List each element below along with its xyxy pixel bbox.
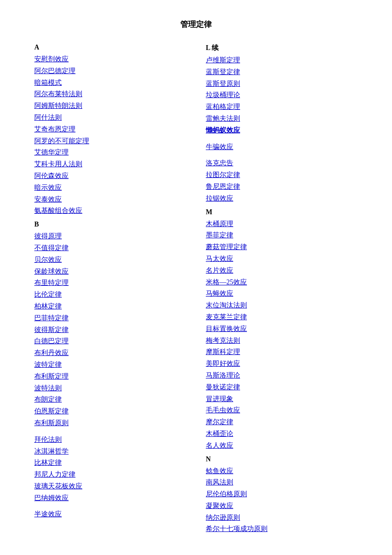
- list-item[interactable]: 比林定律: [34, 457, 186, 469]
- list-item[interactable]: 马蝇效应: [206, 288, 358, 300]
- list-item[interactable]: 米格—25效应: [206, 277, 358, 288]
- list-item[interactable]: 冒进现象: [206, 393, 358, 405]
- list-item[interactable]: 布利斯原则: [34, 417, 186, 429]
- list-item[interactable]: 鲶鱼效应: [206, 465, 358, 477]
- list-item[interactable]: 艾奇布恩定理: [34, 124, 186, 135]
- spacer: [206, 136, 358, 141]
- list-item[interactable]: 拉锯效应: [206, 193, 358, 204]
- list-item[interactable]: 玻璃天花板效应: [34, 480, 186, 492]
- list-item[interactable]: 布朗定律: [34, 394, 186, 405]
- list-item[interactable]: 摩斯科定理: [206, 346, 358, 358]
- spacer: [34, 429, 186, 434]
- list-item[interactable]: 名人效应: [206, 440, 358, 452]
- list-item[interactable]: 目标置换效应: [206, 323, 358, 335]
- list-item[interactable]: 阿伦森效应: [34, 170, 186, 182]
- list-item[interactable]: 希尔十七项成功原则: [206, 523, 358, 535]
- list-item[interactable]: 布利丹效应: [34, 347, 186, 359]
- list-item[interactable]: 蘑菇管理定律: [206, 241, 358, 253]
- list-item[interactable]: 阿罗的不可能定理: [34, 135, 186, 147]
- list-item[interactable]: 暗示效应: [34, 182, 186, 194]
- list-item[interactable]: 尼伦伯格原则: [206, 488, 358, 500]
- list-item[interactable]: 梅考克法则: [206, 335, 358, 347]
- right-column: L 续卢维斯定理蓝斯登定律蓝斯登原则垃圾桶理论蓝柏格定理雷鲍夫法则懒蚂蚁效应牛骗…: [201, 40, 363, 535]
- section-header-M: M: [206, 208, 358, 216]
- list-item[interactable]: 伯恩斯定律: [34, 405, 186, 417]
- list-item[interactable]: 木桶歪论: [206, 428, 358, 440]
- list-item[interactable]: 洛克忠告: [206, 157, 358, 169]
- spacer: [34, 504, 186, 508]
- list-item[interactable]: 南风法则: [206, 477, 358, 488]
- list-item[interactable]: 拜伦法则: [34, 434, 186, 446]
- list-item[interactable]: 艾德华定理: [34, 147, 186, 158]
- list-item[interactable]: 半途效应: [34, 508, 186, 520]
- list-item[interactable]: 拉图尔定律: [206, 169, 358, 181]
- list-item[interactable]: 卢维斯定理: [206, 54, 358, 66]
- list-item[interactable]: 波特定律: [34, 359, 186, 371]
- list-item[interactable]: 木桶原理: [206, 218, 358, 230]
- list-item[interactable]: 凝聚效应: [206, 500, 358, 512]
- list-item[interactable]: 比伦定律: [34, 289, 186, 301]
- list-item[interactable]: 艾科卡用人法则: [34, 158, 186, 170]
- list-item[interactable]: 巴纳姆效应: [34, 492, 186, 504]
- list-item[interactable]: 美即好效应: [206, 358, 358, 370]
- list-item[interactable]: 墨菲定律: [206, 229, 358, 241]
- list-item[interactable]: 彼得原理: [34, 230, 186, 242]
- list-item[interactable]: 马太效应: [206, 253, 358, 265]
- list-item[interactable]: 保龄球效应: [34, 266, 186, 278]
- section-header-L续: L 续: [206, 44, 358, 52]
- list-item[interactable]: 阿尔布莱特法则: [34, 88, 186, 100]
- list-item[interactable]: 蓝斯登原则: [206, 78, 358, 90]
- list-item[interactable]: 白德巴定理: [34, 335, 186, 347]
- list-item[interactable]: 阿姆斯特朗法则: [34, 100, 186, 112]
- list-item[interactable]: 冰淇淋哲学: [34, 446, 186, 457]
- list-item[interactable]: 柏林定律: [34, 301, 186, 312]
- section-header-N: N: [206, 455, 358, 463]
- list-item[interactable]: 末位淘汰法则: [206, 300, 358, 311]
- list-item[interactable]: 毛毛虫效应: [206, 404, 358, 416]
- list-item[interactable]: 牛骗效应: [206, 141, 358, 153]
- list-item[interactable]: 布里特定理: [34, 277, 186, 289]
- left-column: A安慰剂效应阿尔巴德定理暗箱模式阿尔布莱特法则阿姆斯特朗法则阿什法则艾奇布恩定理…: [29, 40, 191, 535]
- list-item[interactable]: 雷鲍夫法则: [206, 113, 358, 125]
- content-grid: A安慰剂效应阿尔巴德定理暗箱模式阿尔布莱特法则阿姆斯特朗法则阿什法则艾奇布恩定理…: [29, 40, 363, 535]
- page-title: 管理定律: [29, 20, 363, 30]
- list-item[interactable]: 邦尼人力定律: [34, 469, 186, 480]
- list-item[interactable]: 安泰效应: [34, 194, 186, 205]
- list-item[interactable]: 暗箱模式: [34, 77, 186, 89]
- list-item[interactable]: 阿什法则: [34, 112, 186, 124]
- list-item[interactable]: 贝尔效应: [34, 254, 186, 266]
- list-item[interactable]: 布利斯定理: [34, 371, 186, 382]
- section-header-B: B: [34, 221, 186, 228]
- list-item[interactable]: 名片效应: [206, 265, 358, 277]
- spacer: [206, 152, 358, 157]
- list-item[interactable]: 曼狄诺定律: [206, 381, 358, 393]
- list-item[interactable]: 麦克莱兰定律: [206, 311, 358, 323]
- list-item[interactable]: 摩尔定律: [206, 416, 358, 428]
- list-item[interactable]: 纳尔逊原则: [206, 512, 358, 524]
- list-item[interactable]: 波特法则: [34, 382, 186, 394]
- list-item[interactable]: 鲁尼恩定律: [206, 181, 358, 193]
- list-item[interactable]: 巴菲特定律: [34, 312, 186, 324]
- list-item[interactable]: 彼得斯定律: [34, 324, 186, 336]
- list-item[interactable]: 蓝斯登定律: [206, 66, 358, 78]
- list-item[interactable]: 氨基酸组合效应: [34, 205, 186, 217]
- section-header-A: A: [34, 44, 186, 51]
- list-item[interactable]: 不值得定律: [34, 242, 186, 254]
- list-item[interactable]: 垃圾桶理论: [206, 89, 358, 101]
- list-item[interactable]: 懒蚂蚁效应: [206, 125, 358, 136]
- list-item[interactable]: 蓝柏格定理: [206, 101, 358, 113]
- list-item[interactable]: 安慰剂效应: [34, 53, 186, 65]
- list-item[interactable]: 阿尔巴德定理: [34, 65, 186, 77]
- list-item[interactable]: 马斯洛理论: [206, 370, 358, 381]
